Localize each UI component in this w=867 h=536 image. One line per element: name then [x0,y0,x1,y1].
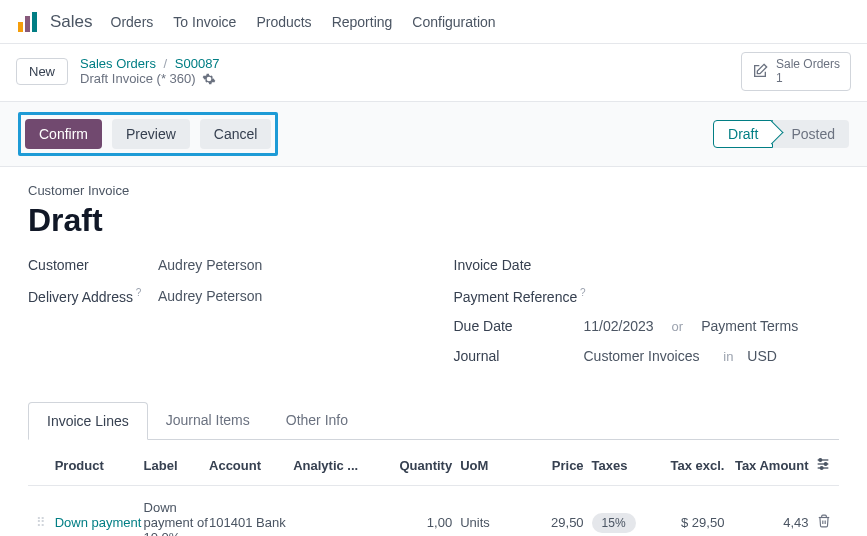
tab-journal-items[interactable]: Journal Items [148,402,268,439]
table-row: ⠿ Down payment Down payment of 10.0% 101… [28,486,839,536]
gear-icon[interactable] [202,72,216,86]
journal-label: Journal [454,348,584,364]
section-label: Customer Invoice [28,183,839,198]
drag-handle-icon[interactable]: ⠿ [36,515,55,530]
payment-ref-label: Payment Reference ? [454,287,614,305]
breadcrumb-sep: / [164,56,168,71]
customer-label: Customer [28,257,158,273]
top-nav: Sales Orders To Invoice Products Reporti… [0,0,867,44]
status-posted[interactable]: Posted [773,120,849,148]
form-area: Customer Invoice Draft Customer Audrey P… [0,167,867,536]
row-uom[interactable]: Units [452,515,509,530]
svg-rect-1 [25,16,30,32]
svg-point-8 [820,467,823,470]
in-text: in [723,349,733,364]
invoice-lines-table: Product Label Account Analytic ... Quant… [28,446,839,536]
payment-terms-value[interactable]: Payment Terms [701,318,798,334]
svg-point-6 [819,459,822,462]
row-quantity[interactable]: 1,00 [368,515,452,530]
table-header: Product Label Account Analytic ... Quant… [28,446,839,486]
sub-header: New Sales Orders / S00087 Draft Invoice … [0,44,867,101]
delivery-value[interactable]: Audrey Peterson [158,288,262,304]
nav-reporting[interactable]: Reporting [332,14,393,30]
trash-icon[interactable] [817,514,831,528]
action-bar: Confirm Preview Cancel Draft Posted [0,101,867,167]
row-label[interactable]: Down payment of 10.0% [144,500,209,536]
nav-to-invoice[interactable]: To Invoice [173,14,236,30]
action-buttons-highlight: Confirm Preview Cancel [18,112,278,156]
tab-invoice-lines[interactable]: Invoice Lines [28,402,148,440]
nav-orders[interactable]: Orders [111,14,154,30]
delivery-label: Delivery Address ? [28,287,158,305]
due-date-label: Due Date [454,318,584,334]
th-tax-excl[interactable]: Tax excl. [650,458,725,473]
nav-configuration[interactable]: Configuration [412,14,495,30]
row-tax-excl: $ 29,50 [650,515,725,530]
row-product[interactable]: Down payment [55,515,144,530]
customer-value[interactable]: Audrey Peterson [158,257,262,273]
sale-orders-label: Sale Orders [776,57,840,71]
th-account[interactable]: Account [209,458,293,473]
column-settings-icon[interactable] [815,456,831,472]
th-quantity[interactable]: Quantity [368,458,452,473]
app-logo-icon [16,10,40,34]
row-taxes[interactable]: 15% [584,515,650,530]
th-uom[interactable]: UoM [452,458,509,473]
th-analytic[interactable]: Analytic ... [293,458,368,473]
sale-orders-count: 1 [776,71,840,85]
status-pipeline: Draft Posted [713,120,849,148]
tab-other-info[interactable]: Other Info [268,402,366,439]
breadcrumb: Sales Orders / S00087 Draft Invoice (* 3… [80,56,220,86]
preview-button[interactable]: Preview [112,119,190,149]
new-button[interactable]: New [16,58,68,85]
currency-value[interactable]: USD [747,348,777,364]
th-tax-amount[interactable]: Tax Amount [724,458,808,473]
breadcrumb-order[interactable]: S00087 [175,56,220,71]
th-product[interactable]: Product [55,458,144,473]
svg-rect-0 [18,22,23,32]
journal-value[interactable]: Customer Invoices [584,348,700,364]
status-draft[interactable]: Draft [713,120,773,148]
sale-orders-button[interactable]: Sale Orders 1 [741,52,851,91]
svg-rect-2 [32,12,37,32]
row-account[interactable]: 101401 Bank [209,515,293,530]
cancel-button[interactable]: Cancel [200,119,272,149]
th-price[interactable]: Price [509,458,584,473]
page-title: Draft [28,202,839,239]
due-date-value[interactable]: 11/02/2023 [584,318,654,334]
edit-icon [752,63,768,79]
th-label[interactable]: Label [144,458,209,473]
invoice-date-label: Invoice Date [454,257,614,273]
svg-point-7 [824,463,827,466]
app-title: Sales [50,12,93,32]
breadcrumb-root[interactable]: Sales Orders [80,56,156,71]
or-text: or [672,319,684,334]
confirm-button[interactable]: Confirm [25,119,102,149]
tabs: Invoice Lines Journal Items Other Info [28,402,839,440]
row-price[interactable]: 29,50 [509,515,584,530]
th-taxes[interactable]: Taxes [584,458,650,473]
breadcrumb-current: Draft Invoice (* 360) [80,71,196,86]
row-tax-amount: 4,43 [724,515,808,530]
nav-products[interactable]: Products [256,14,311,30]
